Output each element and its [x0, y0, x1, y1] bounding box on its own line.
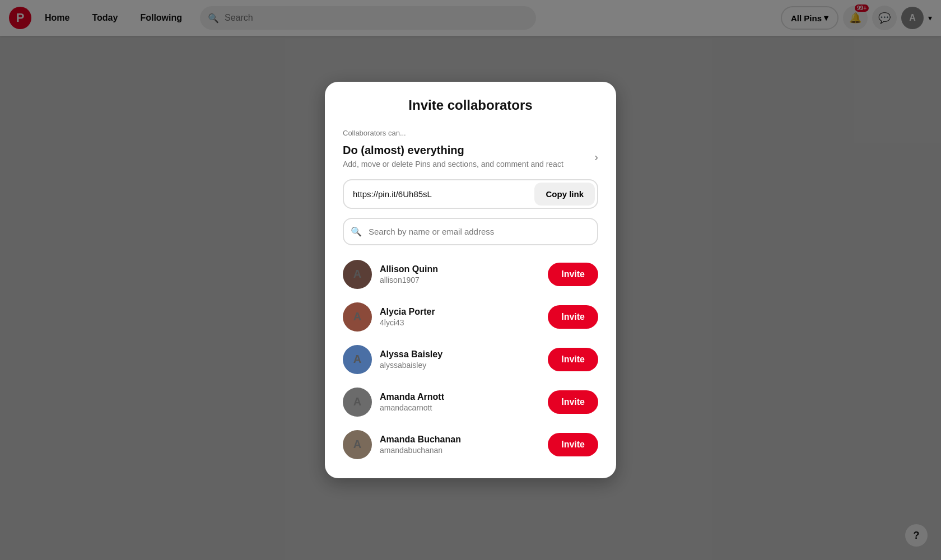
- user-name: Amanda Buchanan: [380, 435, 548, 445]
- user-info: Amanda Arnott amandacarnott: [380, 392, 548, 412]
- invite-button[interactable]: Invite: [548, 390, 598, 414]
- modal-overlay[interactable]: Invite collaborators Collaborators can..…: [0, 0, 941, 560]
- user-name: Alycia Porter: [380, 307, 548, 317]
- user-row: A Amanda Arnott amandacarnott Invite: [343, 382, 598, 422]
- copy-link-button[interactable]: Copy link: [534, 183, 595, 206]
- modal-header: Invite collaborators: [325, 82, 616, 124]
- user-handle: amandabuchanan: [380, 446, 548, 455]
- user-row: A Amanda Buchanan amandabuchanan Invite: [343, 424, 598, 465]
- user-name: Amanda Arnott: [380, 392, 548, 402]
- user-row: A Alyssa Baisley alyssabaisley Invite: [343, 339, 598, 380]
- user-row: A Allison Quinn allison1907 Invite: [343, 254, 598, 295]
- invite-button[interactable]: Invite: [548, 348, 598, 371]
- user-info: Alyssa Baisley alyssabaisley: [380, 349, 548, 370]
- do-everything-text: Do (almost) everything Add, move or dele…: [343, 144, 563, 170]
- user-handle: amandacarnott: [380, 403, 548, 412]
- user-avatar: A: [343, 260, 372, 289]
- invite-button[interactable]: Invite: [548, 263, 598, 286]
- user-search-row: 🔍: [343, 218, 598, 245]
- modal-title: Invite collaborators: [343, 97, 598, 113]
- user-info: Alycia Porter 4lyci43: [380, 307, 548, 327]
- do-everything-chevron: ›: [594, 151, 598, 164]
- user-avatar: A: [343, 302, 372, 332]
- collaborators-can-label: Collaborators can...: [343, 129, 598, 137]
- invite-button[interactable]: Invite: [548, 305, 598, 329]
- invite-link-input[interactable]: [344, 181, 532, 207]
- user-info: Allison Quinn allison1907: [380, 264, 548, 284]
- do-everything-sub: Add, move or delete Pins and sections, a…: [343, 159, 563, 170]
- invite-collaborators-modal: Invite collaborators Collaborators can..…: [325, 82, 616, 478]
- user-handle: allison1907: [380, 276, 548, 284]
- link-row: Copy link: [343, 179, 598, 209]
- user-search-input[interactable]: [343, 218, 598, 245]
- invite-button[interactable]: Invite: [548, 433, 598, 456]
- user-avatar: A: [343, 345, 372, 374]
- user-name: Allison Quinn: [380, 264, 548, 274]
- user-avatar: A: [343, 388, 372, 417]
- modal-body: Collaborators can... Do (almost) everyth…: [325, 124, 616, 478]
- do-everything-title: Do (almost) everything: [343, 144, 563, 157]
- user-handle: 4lyci43: [380, 318, 548, 327]
- search-icon: 🔍: [351, 226, 362, 237]
- user-list: A Allison Quinn allison1907 Invite A Aly…: [343, 254, 598, 465]
- user-name: Alyssa Baisley: [380, 349, 548, 360]
- user-avatar: A: [343, 430, 372, 459]
- do-everything-row[interactable]: Do (almost) everything Add, move or dele…: [343, 139, 598, 179]
- user-row: A Alycia Porter 4lyci43 Invite: [343, 297, 598, 337]
- user-info: Amanda Buchanan amandabuchanan: [380, 435, 548, 455]
- user-handle: alyssabaisley: [380, 361, 548, 370]
